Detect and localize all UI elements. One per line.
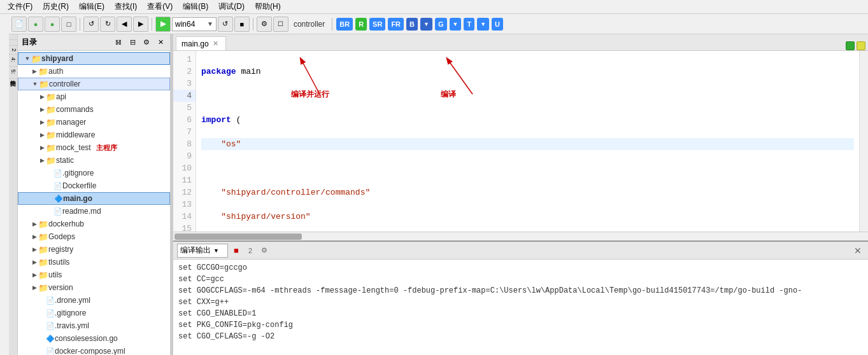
menu-find[interactable]: 查找(I) bbox=[110, 0, 142, 13]
tree-item-api[interactable]: ▶ 📁 api bbox=[18, 90, 170, 103]
tag-fr[interactable]: FR bbox=[388, 18, 404, 31]
tag-b[interactable]: B bbox=[406, 18, 418, 31]
tag-u[interactable]: U bbox=[492, 18, 503, 31]
tab-bar: main.go ✕ bbox=[173, 34, 868, 51]
toolbar-undo[interactable]: ↺ bbox=[83, 17, 99, 32]
tree-item-travis[interactable]: ▶ 📄 .travis.yml bbox=[18, 319, 170, 332]
side-tab-5[interactable]: 5: 文件结构 bbox=[9, 67, 18, 79]
file-tree: ▼ 📁 shipyard ▶ 📁 auth ▼ 📁 controller bbox=[18, 51, 170, 355]
tree-item-consolesession[interactable]: ▶ 🔷 consolesession.go bbox=[18, 332, 170, 345]
filter-btn[interactable]: 𝌫 bbox=[113, 37, 124, 48]
file-tree-panel: 目录 𝌫 ⊟ ⚙ ✕ ▼ 📁 shipyard ▶ 📁 bbox=[18, 34, 171, 355]
ln-11: 11 bbox=[173, 174, 196, 186]
output-stop-btn[interactable]: ■ bbox=[231, 245, 242, 256]
output-settings-btn[interactable]: ⚙ bbox=[259, 245, 270, 256]
close-btn[interactable]: ✕ bbox=[155, 37, 166, 48]
toolbar-refresh[interactable]: ↺ bbox=[218, 17, 233, 32]
tree-item-controller[interactable]: ▼ 📁 controller bbox=[18, 78, 170, 90]
output-run-btn[interactable]: 2 bbox=[245, 245, 256, 256]
output-content: set GCCGO=gccgo set CC=gcc set GOGCCFLAG… bbox=[173, 260, 868, 355]
tag-sr[interactable]: SR bbox=[369, 18, 385, 31]
tree-item-docker-compose[interactable]: ▶ 📄 docker-compose.yml bbox=[18, 345, 170, 355]
folder-icon-shipyard: 📁 bbox=[31, 54, 41, 64]
tree-item-mock-test[interactable]: ▶ 📁 mock_test 主程序 bbox=[18, 141, 170, 154]
side-tab-1[interactable]: 目录 bbox=[9, 34, 18, 40]
toolbar-copy[interactable]: □ bbox=[61, 17, 76, 32]
ln-6: 6 bbox=[173, 114, 196, 126]
menu-edit[interactable]: 编辑(E) bbox=[74, 0, 110, 13]
toolbar-back[interactable]: ◀ bbox=[117, 17, 132, 32]
tree-arrow-empty1: ▶ bbox=[46, 170, 53, 176]
tree-item-registry[interactable]: ▶ 📁 registry bbox=[18, 243, 170, 256]
restore-btn[interactable] bbox=[857, 41, 865, 50]
tree-item-static[interactable]: ▶ 📁 static bbox=[18, 154, 170, 167]
tag-br[interactable]: BR bbox=[336, 18, 353, 31]
menu-build[interactable]: 编辑(B) bbox=[178, 0, 213, 13]
build-target-dropdown[interactable]: win64 bbox=[175, 20, 207, 29]
toolbar-stop[interactable]: ■ bbox=[234, 17, 250, 32]
tree-item-utils[interactable]: ▶ 📁 utils bbox=[18, 268, 170, 281]
horizontal-scrollbar[interactable] bbox=[173, 232, 868, 240]
tree-item-drone[interactable]: ▶ 📄 .drone.yml bbox=[18, 294, 170, 307]
tree-item-dockerfile[interactable]: ▶ 📄 Dockerfile bbox=[18, 179, 170, 192]
tree-label-auth: auth bbox=[48, 67, 63, 76]
tree-item-tlsutils[interactable]: ▶ 📁 tlsutils bbox=[18, 256, 170, 268]
tree-arrow-drone: ▶ bbox=[38, 297, 46, 303]
tag-g-dropdown[interactable]: ▼ bbox=[450, 18, 462, 31]
output-panel: 编译输出 ▼ ■ 2 ⚙ ✕ set GCCGO=gccgo set CC=gc… bbox=[173, 240, 868, 355]
toolbar-forward[interactable]: ▶ bbox=[133, 17, 148, 32]
menu-history[interactable]: 历史(R) bbox=[38, 0, 74, 13]
tag-r[interactable]: R bbox=[355, 18, 367, 31]
toolbar-settings[interactable]: ⚙ bbox=[257, 17, 272, 32]
tree-item-gitignore2[interactable]: ▶ 📄 .gitignore bbox=[18, 307, 170, 319]
tab-close-main-go[interactable]: ✕ bbox=[211, 39, 220, 48]
menu-debug[interactable]: 调试(D) bbox=[213, 0, 250, 13]
toolbar-redo[interactable]: ↻ bbox=[100, 17, 115, 32]
side-tab-4[interactable]: 4: 大图 bbox=[9, 55, 18, 67]
tree-item-commands[interactable]: ▶ 📁 commands bbox=[18, 103, 170, 116]
tree-item-godeps[interactable]: ▶ 📁 Godeps bbox=[18, 230, 170, 243]
tree-item-shipyard[interactable]: ▼ 📁 shipyard bbox=[18, 52, 170, 65]
ln-4: 4 bbox=[173, 90, 196, 102]
tree-label-mock: mock_test bbox=[56, 143, 91, 152]
tag-t[interactable]: T bbox=[464, 18, 474, 31]
tree-label-console: consolesession.go bbox=[55, 334, 118, 343]
tree-item-main-go[interactable]: ▶ 🔷 main.go bbox=[18, 192, 170, 205]
tree-label-version: version bbox=[48, 283, 73, 292]
menu-view[interactable]: 查看(V) bbox=[142, 0, 178, 13]
tree-item-auth[interactable]: ▶ 📁 auth bbox=[18, 65, 170, 78]
tag-t-dropdown[interactable]: ▼ bbox=[477, 18, 489, 31]
tree-item-version[interactable]: ▶ 📁 version bbox=[18, 281, 170, 294]
settings-btn[interactable]: ⚙ bbox=[141, 37, 152, 48]
output-close-btn[interactable]: ✕ bbox=[851, 246, 864, 256]
dropdown-arrow[interactable]: ▼ bbox=[207, 20, 213, 27]
maximize-btn[interactable] bbox=[846, 41, 855, 50]
toolbar-run-green[interactable]: ▶ bbox=[155, 17, 171, 32]
tag-b-dropdown[interactable]: ▼ bbox=[420, 18, 432, 31]
output-dropdown-arrow[interactable]: ▼ bbox=[213, 247, 219, 254]
toolbar-open[interactable]: ● bbox=[28, 17, 43, 32]
file-icon-gitignore: 📄 bbox=[53, 169, 62, 178]
toolbar-checkbox[interactable]: ☐ bbox=[273, 17, 288, 32]
tree-item-gitignore[interactable]: ▶ 📄 .gitignore bbox=[18, 167, 170, 179]
tag-g[interactable]: G bbox=[435, 18, 447, 31]
menu-file[interactable]: 文件(F) bbox=[3, 0, 38, 13]
toolbar-save[interactable]: ● bbox=[45, 17, 60, 32]
tree-item-dockerhub[interactable]: ▶ 📁 dockerhub bbox=[18, 218, 170, 230]
menu-help[interactable]: 帮助(H) bbox=[250, 0, 286, 13]
scroll-thumb[interactable] bbox=[174, 233, 302, 240]
side-tab-2[interactable]: 图 bbox=[9, 40, 18, 46]
tree-arrow-travis: ▶ bbox=[38, 323, 46, 329]
tree-item-manager[interactable]: ▶ 📁 manager bbox=[18, 116, 170, 129]
tree-item-readme[interactable]: ▶ 📄 readme.md bbox=[18, 205, 170, 218]
output-dropdown[interactable]: 编译输出 ▼ bbox=[177, 244, 228, 258]
tree-item-middleware[interactable]: ▶ 📁 middleware bbox=[18, 129, 170, 141]
editor-content: 1 2 3 4 5 6 7 8 9 10 11 12 13 bbox=[173, 51, 868, 232]
side-tab-3[interactable]: 2 bbox=[9, 46, 18, 55]
code-editor[interactable]: package main import ( "os" "shipyard/con… bbox=[196, 51, 859, 232]
toolbar-new[interactable]: 📄 bbox=[11, 17, 27, 32]
editor-scrollbar[interactable] bbox=[859, 51, 868, 232]
annotation-main-label: 主程序 bbox=[96, 143, 117, 153]
collapse-btn[interactable]: ⊟ bbox=[127, 37, 138, 48]
tab-main-go[interactable]: main.go ✕ bbox=[176, 36, 226, 50]
